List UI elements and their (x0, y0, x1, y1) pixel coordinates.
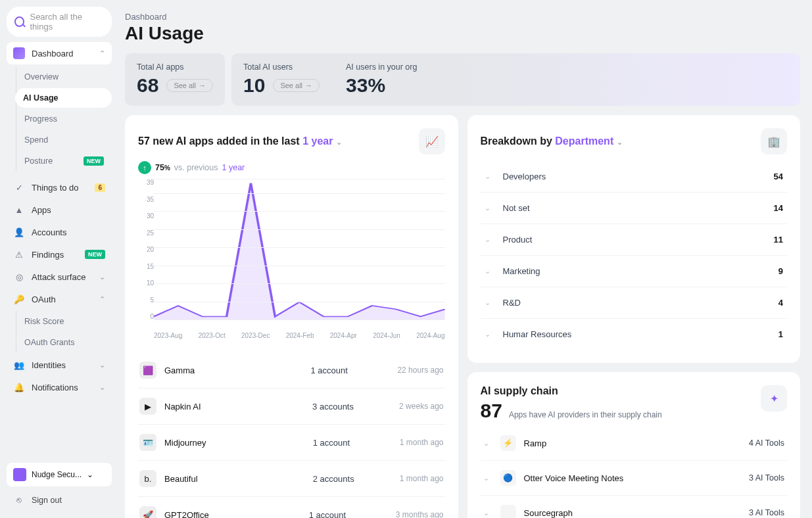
stat-label: Total AI users (243, 62, 320, 72)
main-content: Dashboard AI Usage Total AI apps 68 See … (118, 0, 812, 518)
breakdown-name: R&D (503, 298, 769, 308)
page-title: AI Usage (125, 23, 800, 44)
sign-out-button[interactable]: ⎋ Sign out (7, 489, 112, 511)
breakdown-dimension-dropdown[interactable]: Department ⌄ (555, 135, 622, 147)
nav-risk-score[interactable]: Risk Score (16, 312, 112, 331)
breakdown-row[interactable]: ⌄Humar Resources1 (481, 319, 788, 350)
stat-users-combined: Total AI users 10 See all → AI users in … (231, 53, 800, 106)
todo-count-badge: 6 (95, 183, 105, 192)
breakdown-count: 9 (778, 266, 783, 276)
supply-row[interactable]: ⌄⚡Ramp4 AI Tools (481, 426, 788, 461)
org-logo-icon (13, 468, 26, 481)
breakdown-row[interactable]: ⌄Developers54 (481, 161, 788, 193)
app-time: 1 month ago (400, 438, 444, 447)
app-name: Beautiful (164, 474, 305, 484)
arrow-right-icon: → (305, 82, 312, 89)
breakdown-card: Breakdown by Department ⌄ 🏢 ⌄Developers5… (467, 115, 801, 363)
x-axis: 2023-Aug2023-Oct2023-Dec2024-Feb2024-Apr… (138, 332, 445, 339)
app-name: GPT2Office (164, 510, 301, 519)
app-row[interactable]: 🟪Gamma1 account22 hours ago (138, 352, 445, 388)
breakdown-row[interactable]: ⌄R&D4 (481, 287, 788, 319)
nav-oauth[interactable]: 🔑 OAuth ⌃ (7, 288, 112, 310)
signout-icon: ⎋ (13, 494, 25, 506)
new-badge: NEW (84, 156, 104, 166)
breakdown-icon-button[interactable]: 🏢 (761, 128, 787, 154)
supply-title: AI supply chain (481, 385, 662, 397)
breakdown-row[interactable]: ⌄Product11 (481, 224, 788, 256)
breakdown-count: 14 (774, 203, 783, 213)
nav-identities[interactable]: 👥 Identities ⌄ (7, 354, 112, 376)
supply-tool-count: 3 AI Tools (749, 508, 784, 517)
see-all-apps-button[interactable]: See all → (166, 79, 213, 92)
app-name: Midjourney (164, 438, 305, 448)
new-badge: NEW (85, 250, 105, 259)
nav-attack-surface[interactable]: ◎ Attack surface ⌄ (7, 266, 112, 288)
arrow-right-icon: → (199, 82, 206, 89)
accounts-icon: 👤 (13, 226, 25, 238)
app-accounts: 1 account (310, 365, 389, 375)
nav-findings[interactable]: ⚠ Findings NEW (7, 243, 112, 266)
recent-apps-list: 🟪Gamma1 account22 hours ago▶Napkin AI3 a… (138, 352, 445, 518)
supply-icon-button[interactable]: ✦ (761, 385, 787, 412)
nav-posture[interactable]: Posture NEW (16, 151, 112, 171)
supply-row[interactable]: ⌄🔵Otter Voice Meeting Notes3 AI Tools (481, 461, 788, 496)
supply-app-name: Sourcegraph (524, 508, 742, 518)
stats-row: Total AI apps 68 See all → Total AI user… (125, 53, 800, 106)
breakdown-title: Breakdown by Department ⌄ (481, 135, 623, 147)
supply-row[interactable]: ⌄ Sourcegraph3 AI Tools (481, 496, 788, 518)
nav-spend[interactable]: Spend (16, 130, 112, 150)
stat-label: AI users in your org (346, 62, 417, 72)
breakdown-row[interactable]: ⌄Not set14 (481, 193, 788, 224)
chevron-down-icon: ⌄ (483, 474, 492, 483)
app-time: 22 hours ago (397, 365, 443, 375)
org-switcher[interactable]: Nudge Secu... ⌄ (7, 463, 112, 486)
chevron-up-icon: ⌃ (99, 49, 105, 58)
chevron-down-icon: ⌄ (485, 330, 494, 339)
apps-icon: ▲ (13, 204, 25, 216)
app-icon: 🚀 (139, 506, 156, 518)
breakdown-row[interactable]: ⌄Marketing9 (481, 256, 788, 287)
app-row[interactable]: b.Beautiful2 accounts1 month ago (138, 461, 445, 497)
app-name: Gamma (164, 365, 302, 375)
nav-list: Dashboard ⌃ Overview AI Usage Progress S… (7, 42, 112, 463)
chevron-down-icon: ⌄ (617, 138, 623, 146)
dashboard-submenu: Overview AI Usage Progress Spend Posture… (16, 67, 112, 171)
app-accounts: 1 account (309, 510, 388, 519)
stat-value: 68 (137, 74, 158, 97)
breakdown-name: Developers (503, 172, 765, 181)
chevron-down-icon: ⌄ (483, 439, 492, 448)
nav-accounts[interactable]: 👤 Accounts (7, 221, 112, 243)
supply-app-icon: 🔵 (500, 470, 516, 486)
breadcrumb: Dashboard (125, 12, 800, 22)
search-icon (14, 16, 24, 27)
trend-icon-button[interactable]: 📈 (419, 128, 445, 154)
chevron-down-icon: ⌄ (485, 172, 494, 181)
key-icon: 🔑 (13, 293, 25, 305)
see-all-users-button[interactable]: See all → (273, 79, 320, 92)
breakdown-count: 11 (774, 235, 783, 245)
app-row[interactable]: 🪪Midjourney1 account1 month ago (138, 425, 445, 461)
stat-label: Total AI apps (137, 62, 213, 72)
nav-oauth-grants[interactable]: OAuth Grants (16, 333, 112, 352)
app-time: 2 weeks ago (399, 402, 443, 411)
app-row[interactable]: 🚀GPT2Office1 account3 months ago (138, 497, 445, 518)
global-search[interactable]: Search all the things (7, 7, 112, 37)
nav-apps[interactable]: ▲ Apps (7, 199, 112, 221)
app-name: Napkin AI (164, 402, 304, 412)
app-row[interactable]: ▶Napkin AI3 accounts2 weeks ago (138, 388, 445, 425)
nav-dashboard[interactable]: Dashboard ⌃ (7, 42, 112, 64)
trending-icon: 📈 (425, 135, 439, 148)
nav-things-to-do[interactable]: ✓ Things to do 6 (7, 176, 112, 199)
nav-notifications[interactable]: 🔔 Notifications ⌄ (7, 376, 112, 398)
up-arrow-icon: ↑ (138, 161, 151, 174)
app-time: 3 months ago (396, 510, 444, 518)
chart-title: 57 new AI apps added in the last 1 year … (138, 135, 342, 147)
chart-period-dropdown[interactable]: 1 year ⌄ (302, 135, 342, 147)
identity-icon: 👥 (13, 359, 25, 371)
supply-chain-list: ⌄⚡Ramp4 AI Tools⌄🔵Otter Voice Meeting No… (481, 426, 788, 518)
nav-progress[interactable]: Progress (16, 109, 112, 129)
supply-app-icon (500, 505, 516, 518)
nav-ai-usage[interactable]: AI Usage (15, 88, 112, 108)
app-time: 1 month ago (400, 474, 444, 483)
nav-overview[interactable]: Overview (16, 67, 112, 87)
